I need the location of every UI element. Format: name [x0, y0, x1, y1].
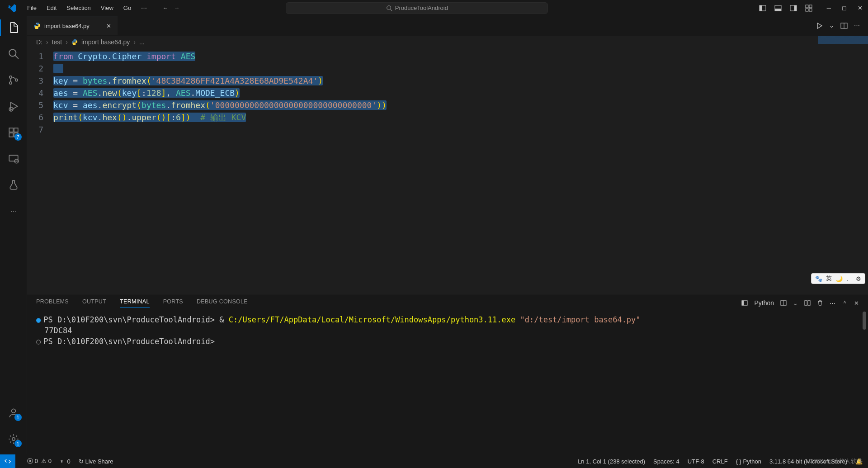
- panel-tab-problems[interactable]: PROBLEMS: [36, 298, 69, 307]
- terminal-scrollbar[interactable]: [863, 312, 866, 330]
- search-icon: [386, 5, 392, 11]
- panel-tab-terminal[interactable]: TERMINAL: [120, 298, 150, 308]
- radio-icon: ᯤ: [60, 458, 66, 465]
- warning-icon: ⚠: [41, 458, 47, 464]
- layout-sidebar-right-icon[interactable]: [790, 5, 797, 12]
- terminal-profile-icon[interactable]: [741, 300, 748, 306]
- terminal-dropdown-icon[interactable]: ⌄: [793, 300, 798, 307]
- status-cursor[interactable]: Ln 1, Col 1 (238 selected): [578, 458, 645, 465]
- terminal-line: ●PS D:\010F200\svn\ProduceToolAndroid> &…: [36, 314, 859, 325]
- ime-lang[interactable]: 英: [826, 274, 832, 283]
- menu-bar: File Edit Selection View Go ⋯: [23, 3, 151, 13]
- python-file-icon: [33, 22, 41, 29]
- status-notifications-icon[interactable]: 🔔: [855, 458, 863, 465]
- nav-forward-icon[interactable]: →: [174, 5, 179, 11]
- svg-rect-5: [775, 9, 781, 11]
- remote-indicator[interactable]: [0, 454, 15, 468]
- panel-maximize-icon[interactable]: ＾: [842, 299, 848, 307]
- tab-filename: import base64.py: [44, 23, 90, 29]
- layout-panel-icon[interactable]: [774, 5, 782, 12]
- editor-tab[interactable]: import base64.py ✕: [27, 16, 118, 35]
- bc-folder[interactable]: test: [52, 38, 62, 46]
- menu-selection[interactable]: Selection: [62, 3, 95, 13]
- chevron-right-icon: ›: [133, 38, 136, 46]
- panel-tab-ports[interactable]: PORTS: [163, 298, 183, 307]
- title-nav: ← →: [162, 5, 179, 11]
- activity-debug-icon[interactable]: [6, 99, 21, 113]
- status-interpreter[interactable]: 3.11.8 64-bit (Microsoft Store): [769, 458, 847, 465]
- svg-rect-8: [806, 5, 808, 8]
- menu-edit[interactable]: Edit: [42, 3, 61, 13]
- code-editor[interactable]: 1234567 from Crypto.Cipher import AES ke…: [27, 48, 868, 294]
- svg-rect-19: [9, 133, 13, 137]
- svg-rect-10: [806, 9, 808, 11]
- svg-rect-11: [809, 9, 812, 11]
- customize-layout-icon[interactable]: [805, 5, 812, 12]
- minimap[interactable]: [818, 36, 868, 44]
- status-problems[interactable]: ⓧ 0 ⚠ 0: [27, 457, 52, 465]
- run-icon[interactable]: [816, 22, 823, 29]
- chevron-right-icon: ›: [46, 38, 48, 46]
- svg-rect-18: [9, 128, 13, 132]
- vscode-logo-icon: [6, 3, 17, 14]
- split-terminal-icon[interactable]: [804, 300, 811, 306]
- panel-more-icon[interactable]: ⋯: [830, 300, 835, 307]
- editor-more-icon[interactable]: ⋯: [854, 22, 860, 29]
- run-dropdown-icon[interactable]: ⌄: [829, 22, 834, 29]
- activity-remote-icon[interactable]: [6, 151, 21, 166]
- menu-file[interactable]: File: [23, 3, 41, 13]
- svg-point-14: [9, 76, 11, 78]
- svg-point-12: [9, 49, 16, 56]
- code-content[interactable]: from Crypto.Cipher import AES key = byte…: [53, 50, 868, 294]
- bc-drive[interactable]: D:: [36, 38, 42, 46]
- svg-point-26: [36, 23, 36, 24]
- ime-punct[interactable]: 、: [846, 274, 852, 283]
- bc-symbol[interactable]: ...: [139, 38, 145, 46]
- window-maximize-icon[interactable]: ◻: [842, 5, 847, 11]
- window-minimize-icon[interactable]: ─: [827, 5, 831, 11]
- split-editor-icon[interactable]: [840, 22, 848, 29]
- panel-tab-output[interactable]: OUTPUT: [82, 298, 106, 307]
- chevron-right-icon: ›: [66, 38, 68, 46]
- kill-terminal-icon[interactable]: [817, 300, 823, 306]
- svg-line-13: [15, 55, 19, 59]
- menu-view[interactable]: View: [96, 3, 118, 13]
- ime-moon-icon[interactable]: 🌙: [835, 275, 843, 282]
- panel-close-icon[interactable]: ✕: [854, 300, 859, 307]
- activity-manage-icon[interactable]: 1: [6, 432, 21, 446]
- new-terminal-icon[interactable]: [780, 300, 787, 306]
- command-center[interactable]: ProduceToolAndroid: [286, 2, 548, 14]
- activity-bar: 7 ⋯ 1 1: [0, 16, 27, 454]
- status-encoding[interactable]: UTF-8: [688, 458, 704, 465]
- terminal-output: 77DC84: [36, 325, 859, 336]
- activity-accounts-icon[interactable]: 1: [6, 406, 21, 420]
- terminal[interactable]: ●PS D:\010F200\svn\ProduceToolAndroid> &…: [27, 312, 868, 454]
- status-liveshare[interactable]: ↻ Live Share: [79, 458, 113, 465]
- bc-file[interactable]: import base64.py: [81, 38, 130, 46]
- tab-close-icon[interactable]: ✕: [106, 23, 111, 29]
- activity-testing-icon[interactable]: [6, 178, 21, 192]
- status-eol[interactable]: CRLF: [712, 458, 728, 465]
- menu-more-icon[interactable]: ⋯: [137, 3, 151, 13]
- accounts-badge: 1: [14, 414, 22, 421]
- status-spaces[interactable]: Spaces: 4: [653, 458, 679, 465]
- status-ports[interactable]: ᯤ 0: [60, 458, 71, 465]
- breadcrumbs[interactable]: D: › test › import base64.py › ...: [27, 36, 868, 48]
- terminal-line: ○PS D:\010F200\svn\ProduceToolAndroid>: [36, 336, 859, 347]
- error-icon: ⓧ: [27, 458, 33, 464]
- window-close-icon[interactable]: ✕: [858, 5, 863, 11]
- ime-toolbar[interactable]: 🐾 英 🌙 、 ⚙: [811, 273, 865, 284]
- layout-sidebar-left-icon[interactable]: [759, 5, 766, 12]
- svg-rect-9: [809, 5, 812, 8]
- activity-extensions-icon[interactable]: 7: [6, 125, 21, 140]
- panel-tab-debug[interactable]: DEBUG CONSOLE: [197, 298, 248, 307]
- activity-more-icon[interactable]: ⋯: [6, 204, 21, 218]
- nav-back-icon[interactable]: ←: [162, 5, 168, 11]
- menu-go[interactable]: Go: [119, 3, 136, 13]
- ime-gear-icon[interactable]: ⚙: [856, 275, 861, 282]
- editor-actions: ⌄ ⋯: [816, 16, 868, 35]
- activity-search-icon[interactable]: [6, 47, 21, 61]
- activity-explorer-icon[interactable]: [6, 20, 21, 35]
- status-language[interactable]: { } Python: [736, 458, 761, 465]
- activity-scm-icon[interactable]: [6, 73, 21, 87]
